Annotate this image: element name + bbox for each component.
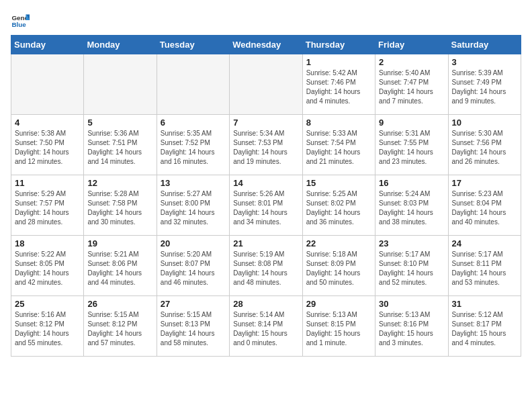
day-info: Sunrise: 5:42 AM Sunset: 7:46 PM Dayligh…: [306, 68, 371, 106]
calendar-cell: 1 Sunrise: 5:42 AM Sunset: 7:46 PM Dayli…: [302, 54, 375, 115]
day-number: 2: [379, 57, 444, 67]
day-info: Sunrise: 5:26 AM Sunset: 8:01 PM Dayligh…: [233, 189, 298, 227]
day-number: 12: [87, 178, 152, 188]
calendar-cell: 22 Sunrise: 5:18 AM Sunset: 8:09 PM Dayl…: [302, 236, 375, 296]
calendar-cell: 21 Sunrise: 5:19 AM Sunset: 8:08 PM Dayl…: [230, 236, 302, 296]
weekday-header-friday: Friday: [375, 36, 448, 54]
day-number: 21: [233, 238, 298, 248]
day-info: Sunrise: 5:25 AM Sunset: 8:02 PM Dayligh…: [306, 189, 371, 227]
weekday-header-tuesday: Tuesday: [157, 36, 229, 54]
svg-text:Blue: Blue: [11, 21, 26, 28]
calendar-cell: 9 Sunrise: 5:31 AM Sunset: 7:55 PM Dayli…: [375, 115, 448, 175]
calendar-cell: 13 Sunrise: 5:27 AM Sunset: 8:00 PM Dayl…: [157, 175, 229, 236]
day-info: Sunrise: 5:22 AM Sunset: 8:05 PM Dayligh…: [15, 250, 80, 287]
day-info: Sunrise: 5:20 AM Sunset: 8:07 PM Dayligh…: [161, 250, 226, 287]
day-number: 24: [452, 238, 517, 248]
calendar-cell: [11, 54, 84, 115]
calendar-cell: 26 Sunrise: 5:15 AM Sunset: 8:12 PM Dayl…: [84, 296, 157, 357]
day-number: 6: [161, 118, 226, 128]
day-number: 17: [452, 178, 517, 188]
day-info: Sunrise: 5:35 AM Sunset: 7:52 PM Dayligh…: [161, 129, 226, 167]
calendar-cell: 25 Sunrise: 5:16 AM Sunset: 8:12 PM Dayl…: [11, 296, 84, 357]
weekday-header-wednesday: Wednesday: [230, 36, 302, 54]
calendar-cell: 12 Sunrise: 5:28 AM Sunset: 7:58 PM Dayl…: [84, 175, 157, 236]
calendar-cell: 20 Sunrise: 5:20 AM Sunset: 8:07 PM Dayl…: [157, 236, 229, 296]
calendar-cell: 3 Sunrise: 5:39 AM Sunset: 7:49 PM Dayli…: [448, 54, 521, 115]
page-header: General Blue: [11, 11, 521, 30]
calendar-cell: 10 Sunrise: 5:30 AM Sunset: 7:56 PM Dayl…: [448, 115, 521, 175]
day-number: 3: [452, 57, 517, 67]
calendar-cell: 4 Sunrise: 5:38 AM Sunset: 7:50 PM Dayli…: [11, 115, 84, 175]
calendar-cell: 30 Sunrise: 5:13 AM Sunset: 8:16 PM Dayl…: [375, 296, 448, 357]
day-number: 1: [306, 57, 371, 67]
day-number: 30: [379, 299, 444, 309]
day-number: 10: [452, 118, 517, 128]
day-info: Sunrise: 5:24 AM Sunset: 8:03 PM Dayligh…: [379, 189, 444, 227]
day-number: 5: [87, 118, 152, 128]
calendar-cell: 11 Sunrise: 5:29 AM Sunset: 7:57 PM Dayl…: [11, 175, 84, 236]
day-info: Sunrise: 5:38 AM Sunset: 7:50 PM Dayligh…: [15, 129, 80, 167]
calendar-cell: 14 Sunrise: 5:26 AM Sunset: 8:01 PM Dayl…: [230, 175, 302, 236]
day-number: 15: [306, 178, 371, 188]
calendar-cell: 7 Sunrise: 5:34 AM Sunset: 7:53 PM Dayli…: [230, 115, 302, 175]
calendar-cell: 6 Sunrise: 5:35 AM Sunset: 7:52 PM Dayli…: [157, 115, 229, 175]
day-number: 28: [233, 299, 298, 309]
day-info: Sunrise: 5:36 AM Sunset: 7:51 PM Dayligh…: [87, 129, 152, 167]
weekday-header-monday: Monday: [84, 36, 157, 54]
weekday-header-saturday: Saturday: [448, 36, 521, 54]
day-info: Sunrise: 5:15 AM Sunset: 8:13 PM Dayligh…: [161, 310, 226, 348]
day-info: Sunrise: 5:39 AM Sunset: 7:49 PM Dayligh…: [452, 68, 517, 106]
day-info: Sunrise: 5:15 AM Sunset: 8:12 PM Dayligh…: [87, 310, 152, 348]
calendar-cell: [230, 54, 302, 115]
day-info: Sunrise: 5:17 AM Sunset: 8:10 PM Dayligh…: [379, 250, 444, 287]
calendar-cell: 8 Sunrise: 5:33 AM Sunset: 7:54 PM Dayli…: [302, 115, 375, 175]
calendar-cell: 2 Sunrise: 5:40 AM Sunset: 7:47 PM Dayli…: [375, 54, 448, 115]
day-number: 11: [15, 178, 80, 188]
calendar-cell: [157, 54, 229, 115]
day-info: Sunrise: 5:21 AM Sunset: 8:06 PM Dayligh…: [87, 250, 152, 287]
day-number: 4: [15, 118, 80, 128]
day-info: Sunrise: 5:16 AM Sunset: 8:12 PM Dayligh…: [15, 310, 80, 348]
day-info: Sunrise: 5:31 AM Sunset: 7:55 PM Dayligh…: [379, 129, 444, 167]
day-info: Sunrise: 5:14 AM Sunset: 8:14 PM Dayligh…: [233, 310, 298, 348]
calendar-cell: 16 Sunrise: 5:24 AM Sunset: 8:03 PM Dayl…: [375, 175, 448, 236]
day-number: 18: [15, 238, 80, 248]
day-info: Sunrise: 5:23 AM Sunset: 8:04 PM Dayligh…: [452, 189, 517, 227]
day-info: Sunrise: 5:40 AM Sunset: 7:47 PM Dayligh…: [379, 68, 444, 106]
day-info: Sunrise: 5:18 AM Sunset: 8:09 PM Dayligh…: [306, 250, 371, 287]
calendar-cell: 31 Sunrise: 5:12 AM Sunset: 8:17 PM Dayl…: [448, 296, 521, 357]
day-info: Sunrise: 5:19 AM Sunset: 8:08 PM Dayligh…: [233, 250, 298, 287]
day-number: 7: [233, 118, 298, 128]
day-number: 8: [306, 118, 371, 128]
weekday-header-sunday: Sunday: [11, 36, 84, 54]
day-number: 13: [161, 178, 226, 188]
day-info: Sunrise: 5:30 AM Sunset: 7:56 PM Dayligh…: [452, 129, 517, 167]
day-number: 26: [87, 299, 152, 309]
day-number: 16: [379, 178, 444, 188]
day-info: Sunrise: 5:17 AM Sunset: 8:11 PM Dayligh…: [452, 250, 517, 287]
day-number: 27: [161, 299, 226, 309]
day-info: Sunrise: 5:29 AM Sunset: 7:57 PM Dayligh…: [15, 189, 80, 227]
calendar-cell: [84, 54, 157, 115]
day-number: 20: [161, 238, 226, 248]
day-number: 31: [452, 299, 517, 309]
calendar-cell: 15 Sunrise: 5:25 AM Sunset: 8:02 PM Dayl…: [302, 175, 375, 236]
calendar-cell: 28 Sunrise: 5:14 AM Sunset: 8:14 PM Dayl…: [230, 296, 302, 357]
calendar-cell: 24 Sunrise: 5:17 AM Sunset: 8:11 PM Dayl…: [448, 236, 521, 296]
day-number: 23: [379, 238, 444, 248]
day-number: 19: [87, 238, 152, 248]
day-number: 22: [306, 238, 371, 248]
day-number: 29: [306, 299, 371, 309]
calendar-cell: 29 Sunrise: 5:13 AM Sunset: 8:15 PM Dayl…: [302, 296, 375, 357]
day-number: 14: [233, 178, 298, 188]
day-info: Sunrise: 5:27 AM Sunset: 8:00 PM Dayligh…: [161, 189, 226, 227]
day-info: Sunrise: 5:13 AM Sunset: 8:16 PM Dayligh…: [379, 310, 444, 348]
day-info: Sunrise: 5:13 AM Sunset: 8:15 PM Dayligh…: [306, 310, 371, 348]
calendar-cell: 27 Sunrise: 5:15 AM Sunset: 8:13 PM Dayl…: [157, 296, 229, 357]
calendar-cell: 17 Sunrise: 5:23 AM Sunset: 8:04 PM Dayl…: [448, 175, 521, 236]
calendar-cell: 23 Sunrise: 5:17 AM Sunset: 8:10 PM Dayl…: [375, 236, 448, 296]
calendar-cell: 19 Sunrise: 5:21 AM Sunset: 8:06 PM Dayl…: [84, 236, 157, 296]
calendar-cell: 5 Sunrise: 5:36 AM Sunset: 7:51 PM Dayli…: [84, 115, 157, 175]
day-number: 9: [379, 118, 444, 128]
day-info: Sunrise: 5:28 AM Sunset: 7:58 PM Dayligh…: [87, 189, 152, 227]
